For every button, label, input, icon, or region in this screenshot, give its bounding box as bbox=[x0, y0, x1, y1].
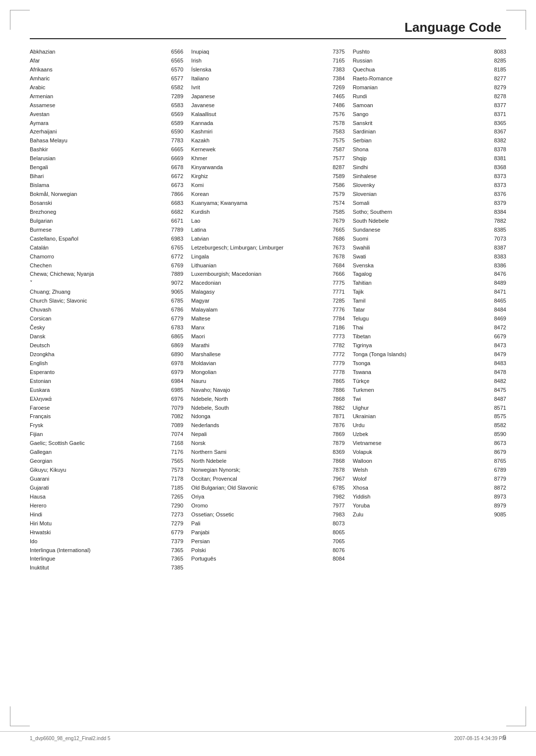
list-item: Magyar7285 bbox=[191, 297, 344, 305]
language-name: Herero bbox=[30, 502, 171, 510]
language-name: Russian bbox=[353, 57, 494, 65]
language-name: Welsh bbox=[353, 466, 494, 474]
list-item: Urdu8582 bbox=[353, 422, 506, 430]
list-item: Rundi8278 bbox=[353, 93, 506, 101]
list-item: Panjabi8065 bbox=[191, 529, 344, 537]
list-item: Quechua8185 bbox=[353, 66, 506, 74]
list-item: Yoruba8979 bbox=[353, 502, 506, 510]
language-code: 7074 bbox=[171, 431, 183, 439]
language-code: 7289 bbox=[171, 93, 183, 101]
language-name: Tagalog bbox=[353, 270, 494, 278]
list-item: Herero7290 bbox=[30, 502, 183, 510]
list-item: Arabic6582 bbox=[30, 84, 183, 92]
language-code: 7586 bbox=[333, 182, 344, 189]
language-code: 7889 bbox=[171, 270, 183, 278]
language-name: Chuang; Zhuang bbox=[30, 288, 171, 296]
language-name: Italiano bbox=[191, 75, 333, 83]
language-code: 6678 bbox=[171, 164, 183, 172]
language-name: Hindi bbox=[30, 511, 171, 519]
language-name: Aymara bbox=[30, 120, 171, 127]
list-item: Amharic6577 bbox=[30, 75, 183, 83]
language-code: 7290 bbox=[171, 502, 183, 510]
language-code: 8368 bbox=[494, 164, 506, 172]
list-item: Inuktitut7385 bbox=[30, 564, 183, 572]
list-item: Norwegian Nynorsk;7878 bbox=[191, 466, 344, 474]
language-name: Telugu bbox=[353, 315, 494, 323]
language-code: 7982 bbox=[333, 493, 344, 501]
list-item: Malagasy7771 bbox=[191, 288, 344, 296]
language-name: Marathi bbox=[191, 342, 333, 350]
page-number: 5 bbox=[503, 734, 506, 741]
list-item: Chamorro6772 bbox=[30, 253, 183, 261]
language-name: Kirghiz bbox=[191, 173, 333, 181]
language-code: 7666 bbox=[333, 270, 344, 278]
language-name: Kazakh bbox=[191, 137, 333, 145]
language-code: 7868 bbox=[333, 395, 344, 403]
language-name: Moldavian bbox=[191, 360, 333, 368]
list-item: Brezhoneg6682 bbox=[30, 208, 183, 216]
language-name: Gujarati bbox=[30, 484, 171, 492]
language-code: 8365 bbox=[494, 120, 506, 127]
language-name: Castellano, Español bbox=[30, 235, 171, 243]
list-item: Português8084 bbox=[191, 555, 344, 563]
list-item: Mongolian7778 bbox=[191, 369, 344, 377]
language-code: 6671 bbox=[171, 217, 183, 225]
language-code: 8073 bbox=[333, 520, 344, 528]
list-item: Ukrainian8575 bbox=[353, 413, 506, 421]
language-name: Shona bbox=[353, 146, 494, 154]
language-code: 8076 bbox=[333, 547, 344, 555]
language-name: Chechen bbox=[30, 262, 171, 270]
list-item: Turkmen8475 bbox=[353, 386, 506, 394]
language-name: Bihari bbox=[30, 173, 171, 181]
language-name: Tibetan bbox=[353, 333, 494, 341]
language-name: Kashmiri bbox=[191, 128, 333, 136]
list-item: Pushto8083 bbox=[353, 48, 506, 56]
language-code: 6789 bbox=[494, 466, 506, 474]
language-name: Svenska bbox=[353, 262, 494, 270]
language-code: 7783 bbox=[171, 137, 183, 145]
language-name: Ελληνικά bbox=[30, 395, 171, 403]
language-code: 8367 bbox=[494, 128, 506, 136]
language-name: Vietnamese bbox=[353, 440, 494, 447]
list-item: Sango8371 bbox=[353, 111, 506, 119]
language-code: 7285 bbox=[333, 297, 344, 305]
language-name: Marshallese bbox=[191, 351, 333, 359]
corner-decoration-bl bbox=[10, 706, 30, 726]
list-item: Oriya7982 bbox=[191, 493, 344, 501]
language-name: Volapuk bbox=[353, 448, 494, 456]
list-item: Chuang; Zhuang9065 bbox=[30, 288, 183, 296]
list-item: Tonga (Tonga Islands)8479 bbox=[353, 351, 506, 359]
language-name: English bbox=[30, 360, 171, 368]
list-item: Nepali7869 bbox=[191, 431, 344, 439]
list-item: Íslenska7383 bbox=[191, 66, 344, 74]
language-name: Uzbek bbox=[353, 431, 494, 439]
language-code: 7776 bbox=[333, 306, 344, 314]
list-item: Corsican6779 bbox=[30, 315, 183, 323]
language-name: Dzongkha bbox=[30, 351, 171, 359]
language-name: Nauru bbox=[191, 378, 333, 385]
language-name: Interlingua (International) bbox=[30, 547, 171, 555]
language-code: 8373 bbox=[494, 182, 506, 189]
list-item: Italiano7384 bbox=[191, 75, 344, 83]
list-item: Ndebele, South7882 bbox=[191, 404, 344, 412]
list-item: Serbian8382 bbox=[353, 137, 506, 145]
language-name: Maori bbox=[191, 333, 333, 341]
language-name: Français bbox=[30, 413, 171, 421]
language-code: 6665 bbox=[171, 146, 183, 154]
language-code: 7573 bbox=[171, 466, 183, 474]
language-name: Bulgarian bbox=[30, 217, 171, 225]
list-item: Tatar8484 bbox=[353, 306, 506, 314]
language-name: Manx bbox=[191, 324, 333, 332]
language-code: 8483 bbox=[494, 360, 506, 368]
language-name: South Ndebele bbox=[353, 217, 494, 225]
list-item: Abkhazian6566 bbox=[30, 48, 183, 56]
list-item: Sindhi8368 bbox=[353, 164, 506, 172]
language-name: Church Slavic; Slavonic bbox=[30, 297, 171, 305]
language-code: 8083 bbox=[494, 48, 506, 56]
list-item: Catalán6765 bbox=[30, 244, 183, 252]
list-item: Sotho; Southern8384 bbox=[353, 208, 506, 216]
language-name: Luxembourgish; Macedonian bbox=[191, 270, 333, 278]
language-name: Ossetian; Ossetic bbox=[191, 511, 333, 519]
language-code: 9065 bbox=[171, 288, 183, 296]
list-item: Hausa7265 bbox=[30, 493, 183, 501]
